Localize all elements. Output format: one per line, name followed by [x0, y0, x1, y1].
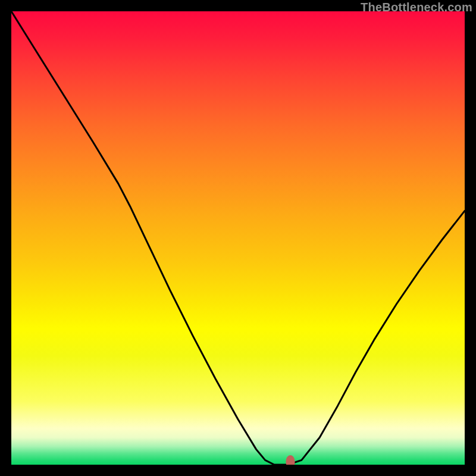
- chart-frame: TheBottleneck.com: [0, 0, 476, 476]
- bottleneck-curve: [11, 11, 465, 465]
- plot-area: [11, 11, 465, 465]
- curve-layer: [11, 11, 465, 465]
- optimal-point-marker: [286, 455, 295, 465]
